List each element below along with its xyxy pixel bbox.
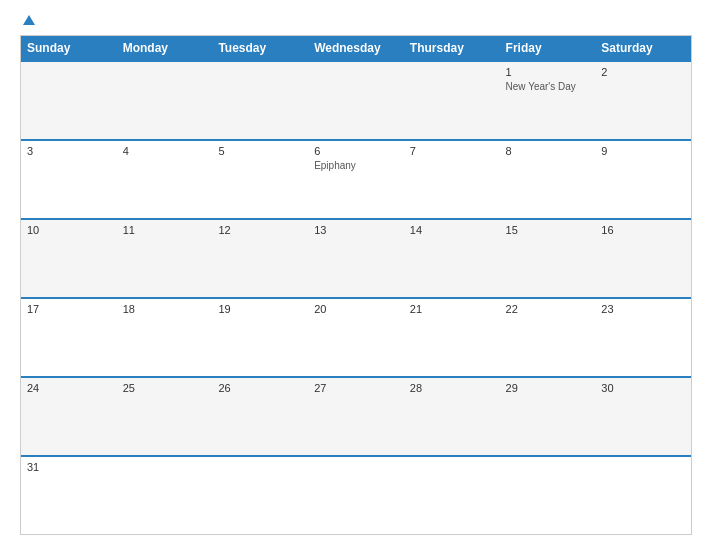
day-of-week-header: Wednesday (308, 36, 404, 60)
calendar-cell: 6Epiphany (308, 141, 404, 218)
day-number: 6 (314, 145, 398, 157)
day-number: 9 (601, 145, 685, 157)
day-number: 31 (27, 461, 111, 473)
calendar-cell: 14 (404, 220, 500, 297)
day-of-week-header: Saturday (595, 36, 691, 60)
calendar-cell: 17 (21, 299, 117, 376)
day-number: 2 (601, 66, 685, 78)
calendar-cell: 18 (117, 299, 213, 376)
calendar-cell: 31 (21, 457, 117, 534)
day-number: 11 (123, 224, 207, 236)
calendar-cell (308, 62, 404, 139)
calendar-grid: SundayMondayTuesdayWednesdayThursdayFrid… (20, 35, 692, 535)
day-number: 18 (123, 303, 207, 315)
calendar-cell: 22 (500, 299, 596, 376)
day-of-week-header: Tuesday (212, 36, 308, 60)
calendar-header: SundayMondayTuesdayWednesdayThursdayFrid… (21, 36, 691, 60)
day-number: 1 (506, 66, 590, 78)
calendar-week: 17181920212223 (21, 297, 691, 376)
day-number: 24 (27, 382, 111, 394)
day-event: New Year's Day (506, 80, 590, 93)
calendar-cell: 28 (404, 378, 500, 455)
calendar-cell (308, 457, 404, 534)
calendar-body: 1New Year's Day23456Epiphany789101112131… (21, 60, 691, 534)
calendar-cell (117, 62, 213, 139)
day-of-week-header: Friday (500, 36, 596, 60)
calendar-cell (500, 457, 596, 534)
calendar-cell: 23 (595, 299, 691, 376)
day-number: 7 (410, 145, 494, 157)
calendar-cell: 1New Year's Day (500, 62, 596, 139)
calendar-week: 10111213141516 (21, 218, 691, 297)
day-number: 22 (506, 303, 590, 315)
calendar-cell: 7 (404, 141, 500, 218)
calendar-week: 24252627282930 (21, 376, 691, 455)
day-of-week-header: Sunday (21, 36, 117, 60)
day-number: 28 (410, 382, 494, 394)
calendar-cell: 4 (117, 141, 213, 218)
logo-blue-text (20, 15, 35, 25)
calendar-cell (212, 62, 308, 139)
calendar-page: SundayMondayTuesdayWednesdayThursdayFrid… (0, 0, 712, 550)
day-number: 5 (218, 145, 302, 157)
calendar-cell: 8 (500, 141, 596, 218)
day-number: 16 (601, 224, 685, 236)
calendar-cell: 16 (595, 220, 691, 297)
calendar-cell: 30 (595, 378, 691, 455)
day-event: Epiphany (314, 159, 398, 172)
day-number: 20 (314, 303, 398, 315)
calendar-cell (404, 457, 500, 534)
day-number: 19 (218, 303, 302, 315)
day-number: 4 (123, 145, 207, 157)
calendar-cell: 29 (500, 378, 596, 455)
calendar-cell: 15 (500, 220, 596, 297)
calendar-cell: 9 (595, 141, 691, 218)
calendar-cell: 19 (212, 299, 308, 376)
calendar-cell: 12 (212, 220, 308, 297)
calendar-cell (21, 62, 117, 139)
day-number: 10 (27, 224, 111, 236)
calendar-cell: 11 (117, 220, 213, 297)
calendar-cell (404, 62, 500, 139)
calendar-cell: 26 (212, 378, 308, 455)
day-number: 15 (506, 224, 590, 236)
calendar-cell (117, 457, 213, 534)
calendar-cell: 24 (21, 378, 117, 455)
calendar-cell: 2 (595, 62, 691, 139)
logo-triangle-icon (23, 15, 35, 25)
day-number: 17 (27, 303, 111, 315)
day-number: 12 (218, 224, 302, 236)
calendar-cell: 3 (21, 141, 117, 218)
day-number: 27 (314, 382, 398, 394)
day-number: 25 (123, 382, 207, 394)
day-number: 23 (601, 303, 685, 315)
calendar-cell: 20 (308, 299, 404, 376)
calendar-cell (595, 457, 691, 534)
calendar-cell: 5 (212, 141, 308, 218)
page-header (20, 15, 692, 25)
day-number: 21 (410, 303, 494, 315)
calendar-cell (212, 457, 308, 534)
calendar-cell: 10 (21, 220, 117, 297)
logo (20, 15, 35, 25)
calendar-week: 31 (21, 455, 691, 534)
calendar-week: 3456Epiphany789 (21, 139, 691, 218)
calendar-cell: 25 (117, 378, 213, 455)
day-number: 29 (506, 382, 590, 394)
day-of-week-header: Monday (117, 36, 213, 60)
day-number: 26 (218, 382, 302, 394)
calendar-cell: 21 (404, 299, 500, 376)
day-number: 8 (506, 145, 590, 157)
day-number: 30 (601, 382, 685, 394)
day-number: 13 (314, 224, 398, 236)
day-of-week-header: Thursday (404, 36, 500, 60)
day-number: 3 (27, 145, 111, 157)
calendar-cell: 27 (308, 378, 404, 455)
calendar-cell: 13 (308, 220, 404, 297)
calendar-week: 1New Year's Day2 (21, 60, 691, 139)
day-number: 14 (410, 224, 494, 236)
